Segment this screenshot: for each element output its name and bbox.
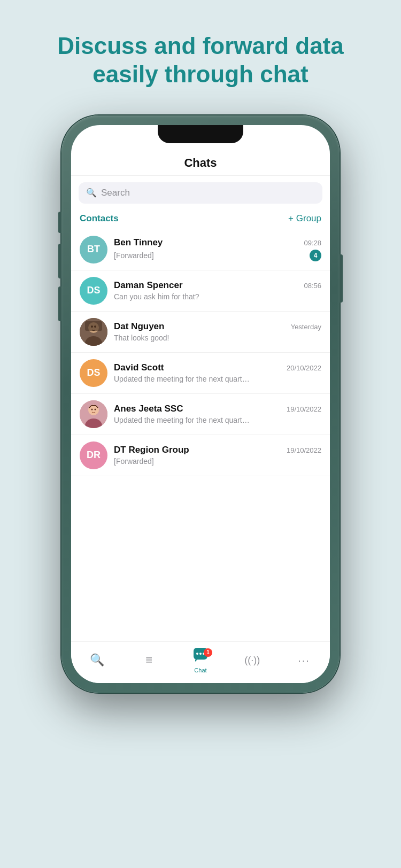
chat-preview-daman-spencer: Can you ask him for that? bbox=[114, 292, 199, 301]
chat-preview-ben-tinney: [Forwarded] bbox=[114, 251, 154, 260]
svg-point-12 bbox=[196, 653, 198, 655]
phone-screen: Chats 🔍 Search Contacts + Group BT bbox=[71, 125, 330, 683]
chat-list: BT Ben Tinney 09:28 [Forwarded] 4 bbox=[71, 229, 330, 641]
chat-preview-david-scott: Updated the meeting for the next quarter… bbox=[114, 375, 253, 383]
chat-info-ben-tinney: Ben Tinney 09:28 [Forwarded] 4 bbox=[114, 237, 321, 261]
chat-info-dt-region-group: DT Region Group 19/10/2022 [Forwarded] bbox=[114, 445, 321, 466]
volume-down-button bbox=[58, 286, 61, 321]
chat-nav-label: Chat bbox=[194, 667, 206, 673]
chat-badge: 1 bbox=[204, 648, 212, 657]
svg-point-7 bbox=[88, 405, 99, 415]
chat-item-ben-tinney[interactable]: BT Ben Tinney 09:28 [Forwarded] 4 bbox=[71, 229, 330, 270]
screen-content: Chats 🔍 Search Contacts + Group BT bbox=[71, 125, 330, 683]
svg-rect-5 bbox=[85, 321, 102, 331]
nav-item-list[interactable]: ≡ bbox=[133, 653, 165, 667]
nav-item-home[interactable]: 🔍 bbox=[81, 653, 113, 667]
svg-point-10 bbox=[95, 408, 96, 410]
chat-time-daman-spencer: 08:56 bbox=[304, 282, 321, 290]
search-bar[interactable]: 🔍 Search bbox=[79, 182, 322, 204]
chat-time-anes-jeeta: 19/10/2022 bbox=[287, 405, 321, 413]
chat-time-ben-tinney: 09:28 bbox=[304, 239, 321, 247]
headline: Discuss and forward data easily through … bbox=[30, 0, 370, 110]
signal-icon: ((·)) bbox=[244, 655, 260, 666]
chat-name-dat-nguyen: Dat Nguyen bbox=[114, 321, 164, 332]
power-button bbox=[340, 254, 343, 303]
chat-info-dat-nguyen: Dat Nguyen Yesterday That looks good! bbox=[114, 321, 321, 342]
chat-time-david-scott: 20/10/2022 bbox=[287, 364, 321, 372]
chat-item-daman-spencer[interactable]: DS Daman Spencer 08:56 Can you ask him f… bbox=[71, 270, 330, 312]
chat-info-anes-jeeta: Anes Jeeta SSC 19/10/2022 Updated the me… bbox=[114, 404, 321, 424]
svg-point-9 bbox=[91, 408, 93, 410]
contacts-row: Contacts + Group bbox=[71, 210, 330, 229]
avatar-david-scott: DS bbox=[80, 359, 107, 387]
home-icon: 🔍 bbox=[90, 653, 104, 667]
chat-info-daman-spencer: Daman Spencer 08:56 Can you ask him for … bbox=[114, 280, 321, 301]
chat-item-dt-region-group[interactable]: DR DT Region Group 19/10/2022 [Forwarded… bbox=[71, 435, 330, 476]
avatar-ben-tinney: BT bbox=[80, 236, 107, 264]
screen-header: Chats bbox=[71, 149, 330, 176]
search-icon: 🔍 bbox=[86, 188, 97, 198]
chat-item-david-scott[interactable]: DS David Scott 20/10/2022 Updated the me… bbox=[71, 353, 330, 394]
chat-name-dt-region-group: DT Region Group bbox=[114, 445, 189, 455]
add-group-button[interactable]: + Group bbox=[288, 213, 321, 224]
nav-item-chat[interactable]: 1 Chat bbox=[184, 647, 217, 673]
avatar-anes-jeeta bbox=[80, 400, 107, 428]
chat-preview-anes-jeeta: Updated the meeting for the next quarter… bbox=[114, 416, 253, 424]
chat-info-david-scott: David Scott 20/10/2022 Updated the meeti… bbox=[114, 362, 321, 383]
bottom-navigation: 🔍 ≡ bbox=[71, 641, 330, 683]
nav-item-more[interactable]: ··· bbox=[288, 654, 320, 666]
chat-item-anes-jeeta[interactable]: Anes Jeeta SSC 19/10/2022 Updated the me… bbox=[71, 394, 330, 435]
notch bbox=[158, 125, 243, 143]
chat-name-daman-spencer: Daman Spencer bbox=[114, 280, 183, 291]
volume-mute-button bbox=[58, 212, 61, 233]
chat-name-david-scott: David Scott bbox=[114, 362, 164, 373]
chat-name-anes-jeeta: Anes Jeeta SSC bbox=[114, 404, 183, 414]
avatar-dt-region-group: DR bbox=[80, 441, 107, 469]
chat-preview-dt-region-group: [Forwarded] bbox=[114, 457, 154, 466]
more-icon: ··· bbox=[298, 654, 310, 666]
chat-time-dt-region-group: 19/10/2022 bbox=[287, 446, 321, 454]
contacts-label: Contacts bbox=[80, 213, 119, 224]
phone-mockup: Chats 🔍 Search Contacts + Group BT bbox=[61, 115, 340, 693]
avatar-dat-nguyen bbox=[80, 318, 107, 346]
chat-icon: 1 bbox=[193, 650, 208, 665]
avatar-daman-spencer: DS bbox=[80, 277, 107, 305]
search-placeholder: Search bbox=[101, 188, 130, 198]
chat-time-dat-nguyen: Yesterday bbox=[291, 323, 321, 331]
unread-badge-ben-tinney: 4 bbox=[310, 250, 321, 261]
chat-name-ben-tinney: Ben Tinney bbox=[114, 237, 163, 248]
nav-item-signal[interactable]: ((·)) bbox=[236, 655, 268, 666]
svg-point-13 bbox=[199, 653, 202, 655]
chat-item-dat-nguyen[interactable]: Dat Nguyen Yesterday That looks good! bbox=[71, 312, 330, 353]
list-icon: ≡ bbox=[145, 653, 152, 667]
volume-up-button bbox=[58, 244, 61, 278]
chat-preview-dat-nguyen: That looks good! bbox=[114, 334, 169, 342]
